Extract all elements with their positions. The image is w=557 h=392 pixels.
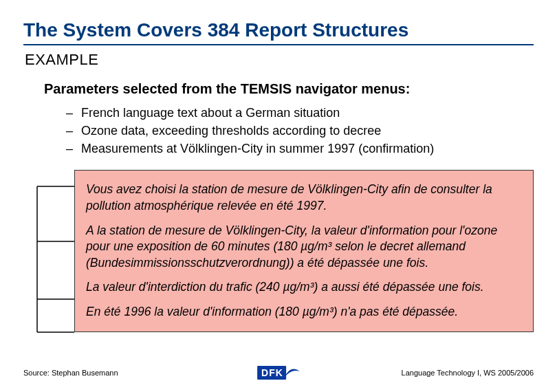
- footer-course: Language Technology I, WS 2005/2006: [402, 369, 534, 377]
- bullet-list: – French language text about a German si…: [66, 104, 534, 157]
- list-item-text: Measurements at Völklingen-City in summe…: [81, 140, 534, 157]
- dash-icon: –: [66, 122, 81, 140]
- section-heading: Parameters selected from the TEMSIS navi…: [44, 81, 534, 97]
- example-paragraph: La valeur d'interdiction du trafic (240 …: [86, 279, 522, 296]
- example-paragraph: En été 1996 la valeur d'information (180…: [86, 304, 522, 320]
- bracket-icon: [23, 170, 74, 345]
- example-paragraph: Vous avez choisi la station de mesure de…: [86, 182, 522, 214]
- list-item-text: Ozone data, exceeding thresholds accordi…: [81, 122, 534, 140]
- logo-text: DFK: [257, 366, 286, 380]
- list-item: – Ozone data, exceeding thresholds accor…: [66, 122, 534, 140]
- connector-diagram: [23, 170, 74, 331]
- logo-swoosh-icon: [285, 367, 300, 378]
- footer: Source: Stephan Busemann DFK Language Te…: [23, 369, 534, 377]
- list-item-text: French language text about a German situ…: [81, 104, 534, 122]
- list-item: – French language text about a German si…: [66, 104, 534, 122]
- slide: The System Covers 384 Report Structures …: [0, 0, 557, 392]
- slide-title: The System Covers 384 Report Structures: [23, 19, 534, 45]
- dfki-logo-icon: DFK: [257, 366, 300, 380]
- example-row: Vous avez choisi la station de mesure de…: [23, 170, 534, 331]
- dash-icon: –: [66, 140, 81, 157]
- footer-logo: DFK: [257, 366, 300, 380]
- example-paragraph: A la station de mesure de Völklingen-Cit…: [86, 223, 522, 272]
- dash-icon: –: [66, 104, 81, 122]
- list-item: – Measurements at Völklingen-City in sum…: [66, 140, 534, 157]
- example-output-box: Vous avez choisi la station de mesure de…: [74, 170, 534, 331]
- slide-subtitle: EXAMPLE: [25, 51, 534, 69]
- footer-source: Source: Stephan Busemann: [23, 369, 118, 377]
